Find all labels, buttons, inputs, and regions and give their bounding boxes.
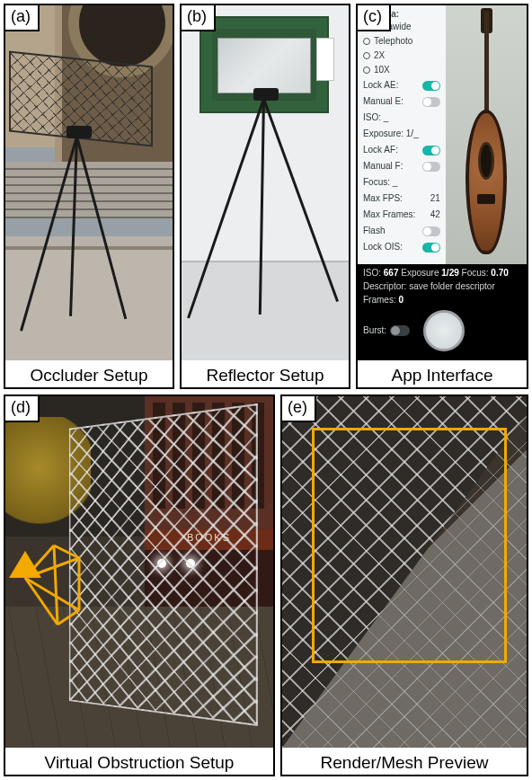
panel-tag: (a) <box>5 5 40 31</box>
steps <box>5 162 173 247</box>
row-label: Manual E: <box>363 94 403 109</box>
svg-line-7 <box>58 610 79 625</box>
row-iso: ISO: _ <box>363 111 440 125</box>
toggle-icon[interactable] <box>422 226 440 236</box>
svg-line-8 <box>54 545 58 625</box>
row-value: 21 <box>430 191 440 206</box>
panel-tag: (e) <box>282 396 316 422</box>
row-max-fps: Max FPS:21 <box>363 191 440 206</box>
svg-line-3 <box>25 578 58 625</box>
descriptor-value: save folder descriptor <box>409 281 495 291</box>
toggle-icon[interactable] <box>422 97 440 107</box>
radio-icon <box>363 38 370 45</box>
guitar-subject <box>460 11 512 259</box>
row-manual-exposure[interactable]: Manual E: <box>363 94 440 109</box>
wall-plaque <box>316 38 334 81</box>
svg-line-2 <box>25 578 79 610</box>
row-label: Manual F: <box>363 159 403 173</box>
burst-label: Burst: <box>363 325 386 335</box>
status-descriptor-line: Descriptor: save folder descriptor <box>363 281 521 291</box>
row-label: Lock AE: <box>363 78 398 93</box>
toggle-icon[interactable] <box>422 162 440 172</box>
row-label: Lock OIS: <box>363 240 403 254</box>
camera-settings-panel: Camera: Ultrawide Telephoto 2X 10X Lock … <box>358 5 446 264</box>
panel-caption: Render/Mesh Preview <box>282 748 527 775</box>
option-label: 10X <box>374 64 390 76</box>
panel-tag: (d) <box>5 396 40 422</box>
capture-controls: Burst: <box>363 310 521 351</box>
panel-a-image: (a) <box>5 5 173 360</box>
row-label: Max FPS: <box>363 191 403 206</box>
option-label: 2X <box>374 49 385 62</box>
panel-virtual-obstruction: BOOKS <box>4 394 275 777</box>
row-label: Focus: _ <box>363 175 397 190</box>
toggle-icon[interactable] <box>390 325 410 336</box>
tripod <box>75 126 81 131</box>
exposure-label: Exposure <box>401 268 439 278</box>
row-focus: Focus: _ <box>363 175 440 190</box>
iso-value: 667 <box>384 268 399 278</box>
status-exposure-line: ISO: 667 Exposure 1/29 Focus: 0.70 <box>363 268 521 278</box>
frames-label: Frames: <box>363 295 396 305</box>
row-lock-ois[interactable]: Lock OIS: <box>363 240 440 254</box>
panel-reflector-setup: (b) Reflector Setup <box>180 4 350 389</box>
focus-label: Focus: <box>462 268 489 278</box>
panel-tag: (b) <box>182 5 216 31</box>
row-exposure: Exposure: 1/_ <box>363 127 440 141</box>
row-value: 42 <box>430 208 440 222</box>
panel-e-image: (e) <box>282 396 527 749</box>
camera-live-preview <box>446 5 527 264</box>
status-frames-line: Frames: 0 <box>363 295 521 305</box>
panel-tag: (c) <box>358 5 391 31</box>
panel-caption: Reflector Setup <box>182 360 349 387</box>
row-label: ISO: _ <box>363 111 388 125</box>
descriptor-label: Descriptor: <box>363 281 406 291</box>
panel-occluder-setup: (a) Occluder Setup <box>4 4 174 389</box>
toggle-icon[interactable] <box>422 243 440 253</box>
row-max-frames: Max Frames:42 <box>363 208 440 222</box>
panel-app-interface: Camera: Ultrawide Telephoto 2X 10X Lock … <box>356 4 528 389</box>
panel-caption: Virtual Obstruction Setup <box>5 748 273 775</box>
shutter-button[interactable] <box>423 310 465 351</box>
camera-option-telephoto[interactable]: Telephoto <box>363 35 440 48</box>
toggle-icon[interactable] <box>422 81 440 91</box>
camera-option-2x[interactable]: 2X <box>363 49 440 62</box>
row-manual-focus[interactable]: Manual F: <box>363 159 440 173</box>
virtual-camera-frustum <box>9 551 90 636</box>
reflector-glass <box>217 38 311 93</box>
status-readout: ISO: 667 Exposure 1/29 Focus: 0.70 Descr… <box>363 268 521 353</box>
crop-rectangle <box>312 428 508 663</box>
burst-toggle[interactable]: Burst: <box>363 325 410 336</box>
panel-b-image: (b) <box>182 5 349 360</box>
radio-icon <box>363 66 370 74</box>
row-flash[interactable]: Flash <box>363 224 440 238</box>
tripod <box>262 88 268 93</box>
row-lock-ae[interactable]: Lock AE: <box>363 78 440 93</box>
panel-caption: App Interface <box>358 360 527 387</box>
iso-label: ISO: <box>363 268 381 278</box>
row-lock-af[interactable]: Lock AF: <box>363 143 440 157</box>
camera-option-10x[interactable]: 10X <box>363 64 440 76</box>
panel-d-image: BOOKS <box>5 396 273 749</box>
virtual-fence-mesh <box>69 403 258 726</box>
option-label: Telephoto <box>374 35 412 48</box>
radio-icon <box>363 52 370 59</box>
row-label: Flash <box>363 224 385 238</box>
row-label: Lock AF: <box>363 143 398 157</box>
phone-preview-pane: Camera: Ultrawide Telephoto 2X 10X Lock … <box>358 5 527 264</box>
toggle-icon[interactable] <box>422 146 440 155</box>
focus-value: 0.70 <box>491 268 508 278</box>
exposure-value: 1/29 <box>441 268 458 278</box>
frames-value: 0 <box>398 295 403 305</box>
panel-caption: Occluder Setup <box>5 360 173 387</box>
row-label: Exposure: 1/_ <box>363 127 419 141</box>
panel-c-image: Camera: Ultrawide Telephoto 2X 10X Lock … <box>358 5 527 360</box>
row-label: Max Frames: <box>363 208 415 222</box>
panel-render-mesh-preview: (e) Render/Mesh Preview <box>280 394 528 777</box>
